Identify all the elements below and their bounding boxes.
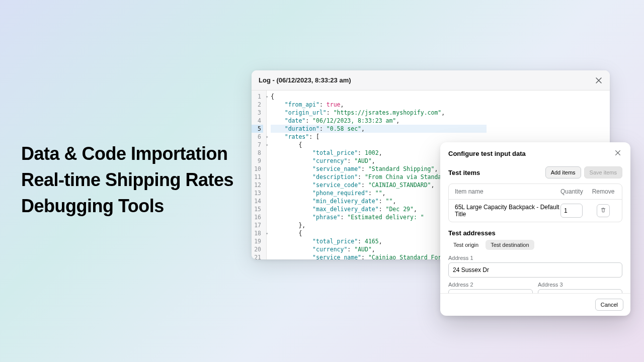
close-icon[interactable] — [595, 76, 603, 84]
items-table: Item name Quantity Remove 65L Large Capa… — [448, 184, 622, 222]
tab-origin[interactable]: Test origin — [448, 240, 484, 250]
address2-label: Address 2 — [448, 282, 533, 288]
trash-icon — [600, 207, 606, 215]
address3-label: Address 3 — [538, 282, 622, 288]
col-remove: Remove — [591, 188, 616, 195]
log-header: Log - (06/12/2023, 8:33:23 am) — [252, 70, 610, 90]
address-tabs: Test origin Test destination — [448, 240, 622, 250]
headline-line-3: Debugging Tools — [21, 193, 233, 219]
cancel-button[interactable]: Cancel — [595, 299, 623, 311]
promo-headline: Data & Code Importation Real-time Shippi… — [21, 141, 233, 220]
config-title: Configure test input data — [448, 150, 526, 157]
table-row: 65L Large Capacity Backpack - Default Ti… — [449, 200, 622, 222]
headline-line-2: Real-time Shipping Rates — [21, 167, 233, 193]
item-name-cell: 65L Large Capacity Backpack - Default Ti… — [455, 204, 560, 218]
address1-input[interactable] — [448, 262, 622, 278]
quantity-input[interactable] — [560, 204, 583, 218]
configure-modal: Configure test input data Test items Add… — [440, 142, 630, 316]
address2-input[interactable] — [448, 289, 533, 293]
col-quantity: Quantity — [560, 188, 591, 195]
close-icon[interactable] — [614, 149, 622, 157]
save-items-button: Save items — [584, 166, 622, 178]
col-item-name: Item name — [455, 188, 560, 195]
headline-line-1: Data & Code Importation — [21, 141, 233, 167]
address1-label: Address 1 — [448, 255, 622, 261]
add-items-button[interactable]: Add items — [545, 166, 581, 178]
config-header: Configure test input data — [440, 142, 630, 162]
tab-destination[interactable]: Test destination — [486, 240, 534, 250]
test-items-label: Test items — [448, 169, 480, 176]
test-addresses-label: Test addresses — [448, 229, 622, 237]
log-title: Log - (06/12/2023, 8:33:23 am) — [259, 76, 351, 84]
address3-input[interactable] — [538, 289, 622, 293]
remove-button[interactable] — [597, 204, 610, 217]
